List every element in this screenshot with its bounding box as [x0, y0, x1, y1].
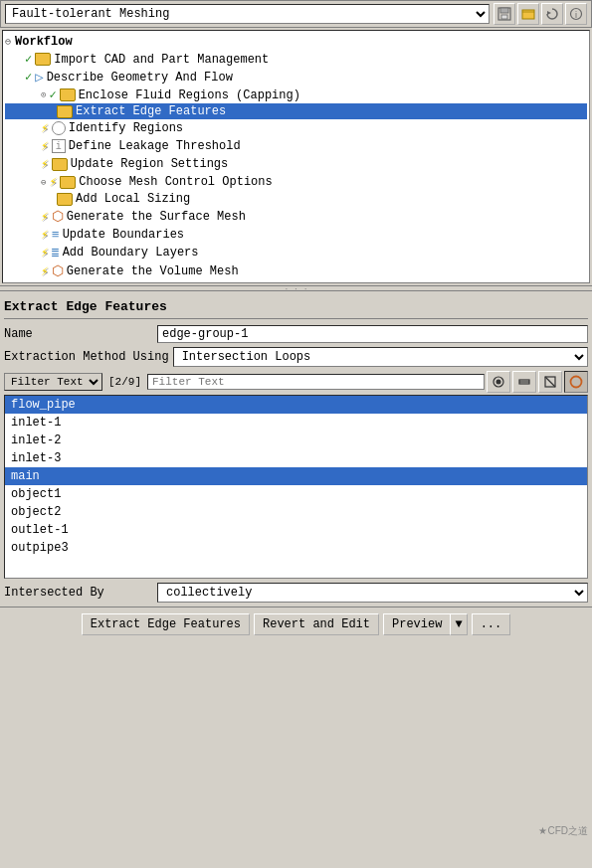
folder-icon-choose [60, 176, 76, 189]
filter-text-input[interactable] [147, 374, 485, 390]
tree-item-extract-edge[interactable]: Extract Edge Features [5, 103, 587, 119]
list-item-object2[interactable]: object2 [5, 503, 587, 521]
filter-btn-3[interactable] [538, 371, 562, 393]
list-item-inlet-2[interactable]: inlet-2 [5, 432, 587, 449]
svg-text:i: i [575, 10, 577, 20]
tree-item-gen-volume[interactable]: ⚡ ⬡ Generate the Volume Mesh [5, 261, 587, 280]
tree-label-add-boundary: Add Boundary Layers [63, 246, 199, 260]
svg-point-8 [496, 380, 501, 385]
save-icon-btn[interactable] [493, 3, 515, 25]
lightning-icon-boundary: ⚡ [41, 245, 49, 260]
action-bar: Extract Edge Features Revert and Edit Pr… [0, 607, 592, 641]
triangle-icon: ▷ [35, 69, 43, 86]
surface-list[interactable]: flow_pipe inlet-1 inlet-2 inlet-3 main o… [4, 395, 588, 579]
preview-dropdown-btn[interactable]: ▼ [450, 613, 467, 635]
tree-item-identify[interactable]: ⚡ Identify Regions [5, 119, 587, 137]
info-icon-btn[interactable]: i [565, 3, 587, 25]
tree-label-leakage: Define Leakage Threshold [69, 139, 241, 153]
tree-item-describe-geometry[interactable]: ✓ ▷ Describe Geometry And Flow [5, 68, 587, 87]
tree-item-import-cad[interactable]: ✓ Import CAD and Part Management [5, 51, 587, 68]
list-item-outlet-1[interactable]: outlet-1 [5, 521, 587, 539]
tree-label-enclose: Enclose Fluid Regions (Capping) [79, 88, 300, 102]
svg-marker-4 [547, 11, 551, 15]
list-item-inlet-1[interactable]: inlet-1 [5, 414, 587, 432]
lightning-icon-choose: ⚡ [49, 174, 57, 190]
revert-edit-btn[interactable]: Revert and Edit [254, 613, 379, 635]
layers-icon-boundaries: ≡ [52, 228, 60, 243]
filter-btn-circle[interactable] [564, 371, 588, 393]
extract-edge-btn[interactable]: Extract Edge Features [82, 613, 250, 635]
check-icon: ✓ [25, 52, 32, 67]
tree-label-extract: Extract Edge Features [76, 104, 226, 118]
tree-item-choose-mesh[interactable]: ⊖ ⚡ Choose Mesh Control Options [5, 173, 587, 191]
filter-btn-1[interactable] [487, 371, 510, 393]
folder-icon [35, 53, 51, 66]
folder-icon-enclose [60, 88, 76, 101]
filter-btn-2[interactable] [512, 371, 536, 393]
svg-line-12 [545, 377, 555, 387]
name-row: Name [4, 325, 588, 343]
intersected-row: Intersected By collectively [4, 583, 588, 603]
tree-item-update-region[interactable]: ⚡ Update Region Settings [5, 155, 587, 173]
refresh-icon-btn[interactable] [541, 3, 563, 25]
workflow-title: Workflow [15, 35, 73, 49]
tree-label-update-boundaries: Update Boundaries [63, 228, 184, 242]
list-item-outpipe3[interactable]: outpipe3 [5, 539, 587, 557]
svg-point-13 [571, 377, 582, 388]
method-row: Extraction Method Using Intersection Loo… [4, 347, 588, 367]
workflow-dropdown[interactable]: Fault-tolerant Meshing [5, 4, 490, 24]
tree-label-import-cad: Import CAD and Part Management [54, 53, 269, 67]
preview-btn[interactable]: Preview [383, 613, 450, 635]
tree-item-leakage[interactable]: ⚡ i Define Leakage Threshold [5, 137, 587, 155]
tree-item-enclose[interactable]: ⊙ ✓ Enclose Fluid Regions (Capping) [5, 87, 587, 103]
tree-item-update-boundaries[interactable]: ⚡ ≡ Update Boundaries [5, 226, 587, 244]
intersected-select[interactable]: collectively [157, 583, 588, 603]
tree-item-add-boundary[interactable]: ⚡ ≣ Add Boundary Layers [5, 244, 587, 261]
check-icon: ✓ [25, 70, 32, 85]
svg-rect-3 [522, 10, 534, 19]
workflow-header[interactable]: ⊖ Workflow [5, 33, 587, 51]
svg-rect-2 [501, 15, 507, 19]
tree-item-gen-surface[interactable]: ⚡ ⬡ Generate the Surface Mesh [5, 207, 587, 226]
workflow-panel: ⊖ Workflow ✓ Import CAD and Part Managem… [2, 30, 590, 283]
list-item-object1[interactable]: object1 [5, 485, 587, 503]
tree-item-add-local[interactable]: Add Local Sizing [5, 191, 587, 207]
lightning-icon-leakage: ⚡ [41, 138, 49, 154]
toolbar-buttons: i [493, 3, 587, 25]
tree-label-add-local: Add Local Sizing [76, 192, 190, 206]
filter-count: [2/9] [104, 376, 145, 388]
open-icon-btn[interactable] [517, 3, 539, 25]
filter-row: Filter Text [2/9] [4, 371, 588, 393]
tree-label-identify: Identify Regions [69, 121, 183, 135]
tree-label-gen-volume: Generate the Volume Mesh [67, 264, 239, 278]
watermark: ★CFD之道 [538, 824, 588, 838]
folder-icon-extract [57, 105, 73, 118]
folder-icon-update [52, 158, 68, 171]
mesh2-icon: ⬡ [52, 262, 64, 279]
list-item-inlet-3[interactable]: inlet-3 [5, 449, 587, 467]
lightning-icon-boundaries: ⚡ [41, 227, 49, 243]
layers2-icon: ≣ [52, 245, 60, 260]
tree-label-choose: Choose Mesh Control Options [79, 175, 272, 189]
tree-label-describe: Describe Geometry And Flow [47, 71, 233, 85]
lightning-icon-surface: ⚡ [41, 209, 49, 225]
intersected-label: Intersected By [4, 586, 153, 600]
preview-group: Preview ▼ [383, 613, 468, 635]
name-input[interactable] [157, 325, 588, 343]
mesh-icon-surface: ⬡ [52, 208, 64, 225]
list-item-main[interactable]: main [5, 467, 587, 485]
svg-rect-1 [500, 8, 508, 13]
extract-edge-panel: Extract Edge Features Name Extraction Me… [0, 291, 592, 607]
tree-label-update-region: Update Region Settings [71, 157, 228, 171]
name-label: Name [4, 327, 153, 341]
lightning-icon-volume: ⚡ [41, 263, 49, 279]
method-select[interactable]: Intersection Loops [173, 347, 588, 367]
list-item-flow-pipe[interactable]: flow_pipe [5, 396, 587, 414]
folder-icon-local [57, 193, 73, 206]
method-label: Extraction Method Using [4, 350, 169, 364]
tree-label-gen-surface: Generate the Surface Mesh [67, 210, 246, 224]
filter-type-select[interactable]: Filter Text [4, 373, 102, 391]
more-btn[interactable]: ... [472, 613, 511, 635]
top-bar: Fault-tolerant Meshing i [0, 0, 592, 28]
info-icon-leakage: i [52, 139, 66, 153]
